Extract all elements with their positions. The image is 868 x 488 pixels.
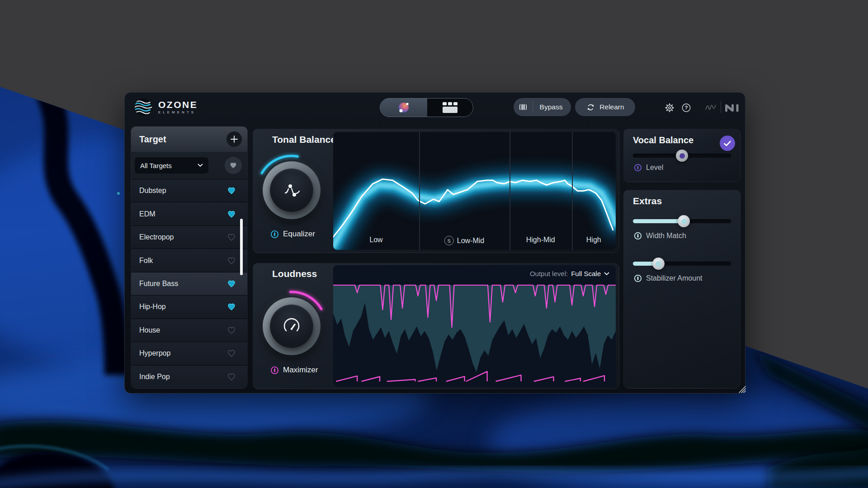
target-list-item[interactable]: Electropop [131,225,247,249]
target-list-item[interactable]: Hip-Hop [131,295,247,318]
vocal-level-slider[interactable] [633,154,731,158]
favorites-filter-button[interactable] [225,157,242,174]
vocal-balance-enable-button[interactable] [720,136,735,151]
target-name: Electropop [139,233,174,241]
gain-match-icon[interactable] [514,101,533,113]
band-label-low-mid[interactable]: S Low-Mid [444,236,484,245]
target-name: Hip-Hop [139,303,166,311]
equalizer-curve-icon [281,179,302,201]
target-list-item[interactable]: Indie Pop [131,365,247,388]
equalizer-power-icon[interactable] [270,230,279,239]
band-divider [509,132,510,250]
bypass-label: Bypass [533,103,571,111]
width-match-power-icon[interactable] [634,232,642,240]
maximizer-label: Maximizer [283,366,318,375]
settings-gear-icon[interactable] [665,103,675,113]
vocal-balance-panel: Vocal Balance Level [623,129,741,182]
app-logo: OZONE ELEMENTS [135,99,198,116]
target-name: Future Bass [139,280,178,288]
view-toggle-target-view[interactable] [380,99,427,117]
solo-badge-icon[interactable]: S [444,236,454,245]
favorite-heart-icon[interactable] [226,349,236,358]
slider-thumb-dot [656,261,661,267]
band-name: Low [369,236,382,244]
favorite-heart-icon[interactable] [226,233,236,242]
favorite-heart-icon[interactable] [226,302,236,311]
check-icon [724,141,731,146]
extras-panel: Extras Width Match [623,190,741,389]
target-list-item[interactable]: House [131,319,247,342]
target-category-value: All Targets [140,162,172,169]
view-toggle-modules-view[interactable] [427,99,473,117]
target-category-dropdown[interactable]: All Targets [135,157,208,174]
target-list-item[interactable]: Folk [131,249,247,272]
loudness-waveform [333,265,616,387]
output-level-label: Output level: [530,270,568,277]
target-filter-row: All Targets [131,152,247,179]
maximizer-gauge-icon [281,315,302,337]
tonal-balance-panel: Tonal Balance Equalizer [253,129,619,253]
favorite-heart-icon[interactable] [226,372,236,381]
band-name: Low-Mid [457,237,484,245]
target-list-item[interactable]: EDM [131,202,247,225]
equalizer-module-row[interactable]: Equalizer [270,230,315,239]
window-resize-grip[interactable] [736,384,746,394]
width-match-slider[interactable] [633,219,731,224]
target-name: Folk [139,257,153,265]
width-match-row[interactable]: Width Match [634,232,686,240]
chevron-down-icon [604,272,609,276]
add-target-button[interactable] [226,131,242,147]
extras-title: Extras [633,196,662,206]
favorite-heart-icon[interactable] [226,186,236,195]
maximizer-power-icon[interactable] [270,366,279,375]
stabilizer-amount-row[interactable]: Stabilizer Amount [634,274,703,282]
svg-text:?: ? [685,105,688,110]
band-name: High [586,236,601,244]
band-label-low[interactable]: Low [369,236,382,244]
target-panel-header: Target [131,127,247,152]
bypass-button[interactable]: Bypass [514,98,571,116]
band-label-high[interactable]: High [586,236,601,244]
spectrum-curve [333,132,616,250]
output-level-dropdown[interactable]: Output level: Full Scale [530,270,609,277]
favorite-heart-icon[interactable] [226,326,236,335]
favorite-heart-icon[interactable] [226,256,236,265]
target-name: EDM [139,210,156,218]
maximizer-module-row[interactable]: Maximizer [270,366,318,375]
target-list-scrollbar[interactable] [240,219,243,275]
view-toggle[interactable] [380,98,473,117]
target-title: Target [139,134,166,145]
slider-thumb[interactable] [652,258,665,270]
slider-thumb-dot [681,219,687,224]
slider-thumb[interactable] [678,215,690,227]
slider-fill [633,219,684,223]
slider-thumb-dot [679,153,685,159]
target-name: Indie Pop [139,373,170,381]
favorite-heart-icon[interactable] [226,210,236,219]
output-level-value: Full Scale [571,270,601,277]
loudness-panel: Loudness Maximizer [253,263,619,389]
help-icon[interactable]: ? [681,103,691,113]
desktop: OZONE ELEMENTS Bypass [0,0,868,488]
level-power-icon[interactable] [634,164,642,172]
target-list-item[interactable]: Hyperpop [131,342,247,365]
target-panel: Target All Targets Dubstep [131,126,248,389]
band-name: High-Mid [526,236,555,244]
target-sphere-icon [397,101,410,114]
modules-view-icon [442,102,458,113]
target-list-item[interactable]: Dubstep [131,179,247,202]
ozone-plugin-window: OZONE ELEMENTS Bypass [124,92,745,394]
favorite-heart-icon[interactable] [226,279,236,288]
heart-icon [229,161,238,169]
equalizer-label: Equalizer [283,230,315,239]
target-list-item[interactable]: Future Bass [131,272,247,295]
stabilizer-amount-slider[interactable] [633,262,731,266]
slider-thumb[interactable] [676,150,688,162]
izotope-scribble-icon[interactable] [705,103,717,113]
stabilizer-power-icon[interactable] [634,274,642,282]
relearn-button[interactable]: Relearn [575,98,635,116]
vocal-level-row[interactable]: Level [634,164,663,172]
band-label-high-mid[interactable]: High-Mid [526,236,555,244]
level-label: Level [646,164,663,172]
logo-title: OZONE [158,100,198,109]
